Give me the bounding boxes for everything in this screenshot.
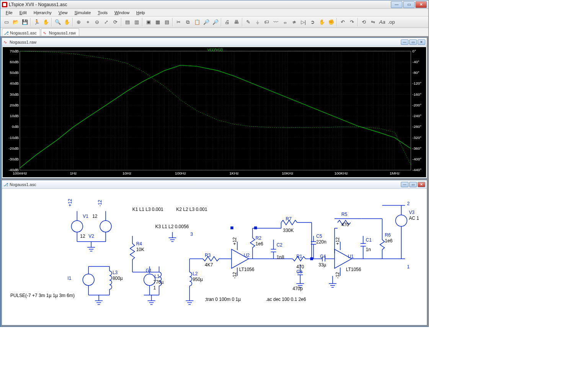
- save-icon[interactable]: 💾: [20, 18, 29, 26]
- tab-waveform[interactable]: ∿ Nogauss1.raw: [41, 28, 79, 36]
- label-I1[interactable]: I1: [67, 276, 71, 281]
- minimize-button[interactable]: —: [391, 1, 402, 8]
- model-U1[interactable]: LT1056: [346, 267, 361, 272]
- trace-label[interactable]: V(1)/V(2): [207, 47, 223, 52]
- node-1[interactable]: 1: [407, 264, 410, 270]
- u2-railp[interactable]: +12: [232, 237, 237, 245]
- label-L2[interactable]: L2: [193, 271, 198, 276]
- print-setup-icon[interactable]: 🖶: [232, 18, 241, 26]
- titlebar[interactable]: LTspice XVII - Nogauss1.asc — ▭ ✕: [0, 0, 428, 9]
- label-icon[interactable]: 🏷: [262, 18, 271, 26]
- label-R3[interactable]: R3: [205, 253, 211, 258]
- val-R1[interactable]: 470: [296, 264, 304, 270]
- halt-icon[interactable]: ✋: [41, 18, 50, 26]
- u1-railn[interactable]: -12: [335, 272, 340, 279]
- wire-icon[interactable]: ✎: [244, 18, 253, 26]
- pan-icon[interactable]: ⌖: [83, 18, 92, 26]
- capacitor-icon[interactable]: ⏛: [281, 18, 289, 26]
- inductor-icon[interactable]: ≉: [290, 18, 299, 26]
- label-C1[interactable]: C1: [366, 237, 372, 243]
- val-V2-2[interactable]: 12: [80, 234, 85, 239]
- menu-view[interactable]: View: [56, 10, 71, 16]
- val-V3[interactable]: AC 1: [409, 216, 419, 221]
- copy-bitmap-icon[interactable]: ▦: [153, 18, 162, 26]
- zoom-in-icon[interactable]: ⊕: [74, 18, 83, 26]
- label-R2[interactable]: R2: [256, 235, 262, 241]
- menu-window[interactable]: Window: [111, 10, 132, 16]
- open-icon[interactable]: 📂: [11, 18, 20, 26]
- find-icon[interactable]: 🔎: [202, 18, 211, 26]
- val-R2[interactable]: 1e6: [256, 241, 263, 247]
- schematic-canvas[interactable]: V1 12 12 V2 +12 -12 I1 L3 800µ PULSE(-7 …: [3, 189, 426, 324]
- pulse-text[interactable]: PULSE(-7 +7 3m 1µ 1µ 3m 6m): [10, 293, 75, 298]
- run-icon[interactable]: 🏃: [32, 18, 41, 26]
- node-3[interactable]: 3: [190, 232, 193, 237]
- ac-dir[interactable]: .ac dec 100 0.1 2e6: [266, 297, 306, 302]
- resistor-icon[interactable]: 〰: [271, 18, 280, 26]
- tran-dir[interactable]: ;tran 0 100m 0 1µ: [205, 297, 241, 302]
- plot-close-button[interactable]: ✕: [418, 39, 425, 45]
- val-L1[interactable]: 770µ: [154, 279, 164, 285]
- label-U2[interactable]: U2: [244, 253, 250, 258]
- val-C3[interactable]: 470p: [292, 286, 303, 291]
- val-C2[interactable]: 1n8: [276, 255, 284, 260]
- k1-text[interactable]: K1 L1 L3 0.001: [132, 207, 163, 212]
- val-L3[interactable]: 800µ: [113, 276, 123, 281]
- val-R4[interactable]: 10K: [136, 247, 144, 252]
- k3-text[interactable]: K3 L1 L2 0.0056: [155, 224, 189, 229]
- label-C3[interactable]: C3: [296, 269, 302, 274]
- setup-icon[interactable]: ▧: [162, 18, 171, 26]
- val-R7[interactable]: 330K: [283, 228, 294, 233]
- text-icon[interactable]: Aa: [378, 18, 387, 26]
- model-U2[interactable]: LT1056: [239, 267, 255, 272]
- autorange-icon[interactable]: ⟳: [111, 18, 120, 26]
- u2-railn[interactable]: -12: [232, 272, 237, 279]
- label-C4[interactable]: C4: [320, 254, 326, 259]
- menu-hierarchy[interactable]: Hierarchy: [31, 10, 55, 16]
- tab-schematic[interactable]: ⎇ Nogauss1.asc: [2, 28, 40, 36]
- sch-min-button[interactable]: —: [401, 182, 408, 187]
- label-R5[interactable]: R5: [341, 212, 348, 217]
- zoom-out-icon[interactable]: ⊖: [93, 18, 101, 26]
- component-icon[interactable]: ➲: [308, 18, 317, 26]
- search-icon[interactable]: 🔍: [53, 18, 62, 26]
- find2-icon[interactable]: 🔎: [211, 18, 220, 26]
- menu-edit[interactable]: Edit: [16, 10, 30, 16]
- val-R6[interactable]: 1e6: [385, 238, 392, 243]
- menu-tools[interactable]: Tools: [95, 10, 111, 16]
- label-G1[interactable]: G1: [146, 268, 152, 273]
- close-button[interactable]: ✕: [415, 1, 427, 8]
- label-rail-p[interactable]: +12: [67, 199, 73, 207]
- plot-min-button[interactable]: —: [401, 39, 408, 45]
- paste-icon[interactable]: 📋: [193, 18, 201, 26]
- redo-icon[interactable]: ↷: [348, 18, 356, 26]
- hand-icon[interactable]: ✋: [62, 18, 71, 26]
- val-R5[interactable]: 470: [341, 222, 349, 227]
- close-pane-icon[interactable]: ▣: [144, 18, 153, 26]
- val-R3[interactable]: 4K7: [205, 262, 213, 268]
- label-L1[interactable]: L1: [155, 274, 160, 279]
- label-R4[interactable]: R4: [136, 241, 142, 247]
- label-rail-n[interactable]: -12: [97, 200, 103, 207]
- zoom-fit-icon[interactable]: ⤢: [102, 18, 111, 26]
- bode-plot[interactable]: 70dB60dB50dB40dB30dB20dB10dB0dB-10dB-20d…: [3, 47, 426, 177]
- plot-titlebar[interactable]: ∿ Nogauss1.raw — ▭ ✕: [2, 38, 427, 46]
- label-V3[interactable]: V3: [409, 210, 415, 215]
- spice-dir-icon[interactable]: .op: [387, 18, 396, 26]
- undo-icon[interactable]: ↶: [338, 18, 347, 26]
- val-C1[interactable]: 1n: [366, 247, 371, 252]
- val-V1[interactable]: 12: [92, 214, 98, 219]
- menu-simulate[interactable]: Simulate: [71, 10, 94, 16]
- drag-icon[interactable]: ✊: [327, 18, 335, 26]
- val-G1[interactable]: 1: [154, 285, 156, 291]
- val-C4[interactable]: 33µ: [318, 262, 326, 268]
- label-V2[interactable]: V2: [88, 234, 94, 239]
- menu-file[interactable]: File: [3, 10, 16, 16]
- schematic-titlebar[interactable]: ⎇ Nogauss1.asc — ▭ ✕: [2, 180, 427, 189]
- label-R6[interactable]: R6: [385, 232, 391, 238]
- ground-icon[interactable]: ⏚: [253, 18, 262, 26]
- label-U1[interactable]: U1: [348, 254, 354, 259]
- val-C5[interactable]: 220n: [316, 239, 327, 245]
- maximize-button[interactable]: ▭: [403, 1, 415, 8]
- copy-icon[interactable]: ⧉: [183, 18, 192, 26]
